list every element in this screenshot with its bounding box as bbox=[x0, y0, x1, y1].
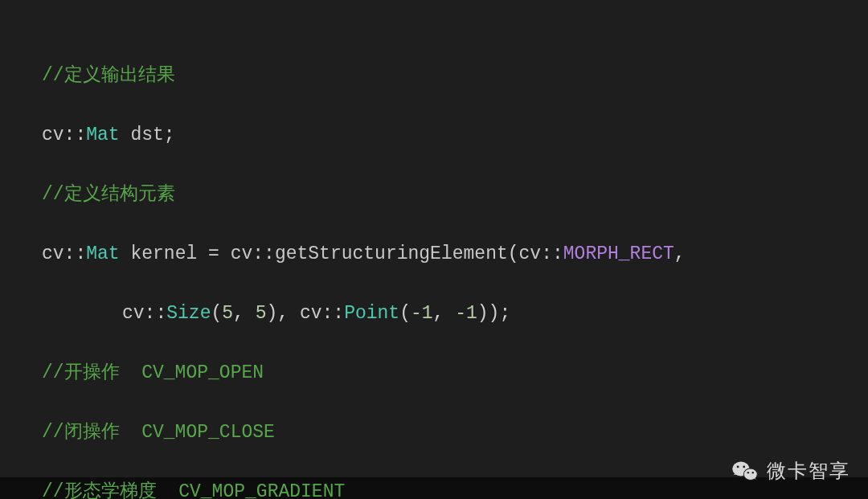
paren: ( bbox=[508, 243, 519, 264]
number: 5 bbox=[222, 303, 233, 324]
namespace: cv bbox=[122, 303, 145, 324]
number: 5 bbox=[256, 303, 267, 324]
svg-point-2 bbox=[743, 465, 745, 468]
comment: //定义结构元素 bbox=[42, 184, 175, 205]
code-line: cv::Mat kernel = cv::getStructuringEleme… bbox=[0, 239, 868, 269]
type: Mat bbox=[86, 125, 119, 145]
equals: = bbox=[208, 243, 231, 264]
code-line: cv::Size(5, 5), cv::Point(-1, -1)); bbox=[0, 299, 868, 329]
scope-op: :: bbox=[145, 303, 167, 324]
comment: //开操作 CV_MOP_OPEN bbox=[42, 362, 264, 383]
namespace: cv bbox=[42, 125, 64, 145]
namespace: cv bbox=[42, 243, 64, 264]
paren: ( bbox=[211, 303, 222, 324]
code-line: //开操作 CV_MOP_OPEN bbox=[0, 358, 868, 388]
code-block: //定义输出结果 cv::Mat dst; //定义结构元素 cv::Mat k… bbox=[0, 0, 868, 499]
type: Size bbox=[166, 303, 211, 324]
svg-point-3 bbox=[743, 468, 757, 480]
comma: , bbox=[674, 243, 697, 264]
svg-point-4 bbox=[747, 472, 749, 473]
svg-point-5 bbox=[752, 472, 754, 473]
namespace: cv bbox=[519, 243, 542, 264]
code-line: //闭操作 CV_MOP_CLOSE bbox=[0, 418, 868, 448]
comma: , bbox=[233, 303, 256, 324]
code-line: //定义输出结果 bbox=[0, 61, 868, 91]
scope-op: :: bbox=[322, 303, 345, 324]
comment: //闭操作 CV_MOP_CLOSE bbox=[42, 422, 275, 443]
variable: kernel bbox=[120, 243, 208, 264]
type: Point bbox=[344, 303, 399, 324]
wechat-icon bbox=[731, 457, 759, 485]
code-line: cv::Mat dst; bbox=[0, 121, 868, 150]
scope-op: :: bbox=[64, 243, 87, 264]
scope-op: :: bbox=[252, 243, 275, 264]
namespace: cv bbox=[300, 303, 322, 324]
scope-op: :: bbox=[64, 125, 87, 145]
code-line: //定义结构元素 bbox=[0, 180, 868, 210]
namespace: cv bbox=[231, 243, 253, 264]
paren: ( bbox=[399, 303, 411, 324]
semicolon: ; bbox=[164, 125, 175, 145]
paren: ), bbox=[266, 303, 299, 324]
watermark: 微卡智享 bbox=[731, 457, 850, 485]
svg-point-1 bbox=[737, 465, 739, 468]
comment: //形态学梯度 CV_MOP_GRADIENT bbox=[42, 481, 345, 499]
function-call: getStructuringElement bbox=[275, 243, 508, 264]
type: Mat bbox=[86, 243, 119, 264]
variable: dst bbox=[120, 125, 164, 145]
watermark-text: 微卡智享 bbox=[767, 458, 850, 484]
paren: )); bbox=[477, 303, 510, 324]
constant: MORPH_RECT bbox=[563, 243, 674, 264]
comma: , bbox=[433, 303, 456, 324]
number: -1 bbox=[411, 303, 433, 324]
number: -1 bbox=[455, 303, 477, 324]
scope-op: :: bbox=[541, 243, 563, 264]
comment: //定义输出结果 bbox=[42, 65, 175, 86]
